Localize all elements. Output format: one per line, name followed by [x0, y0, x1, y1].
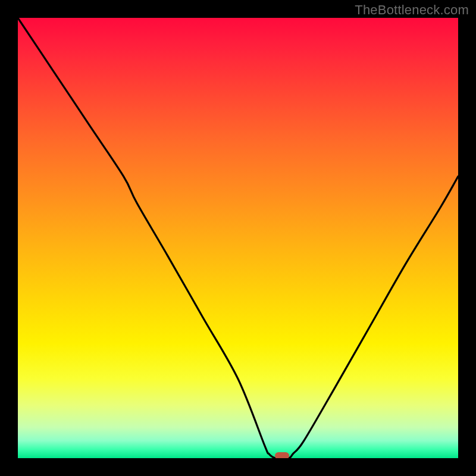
- bottleneck-curve: [18, 18, 458, 458]
- watermark-text: TheBottleneck.com: [355, 2, 469, 18]
- optimal-point-marker: [275, 452, 289, 458]
- chart-container: TheBottleneck.com: [0, 0, 476, 476]
- plot-area: [18, 18, 458, 458]
- curve-path: [18, 18, 458, 458]
